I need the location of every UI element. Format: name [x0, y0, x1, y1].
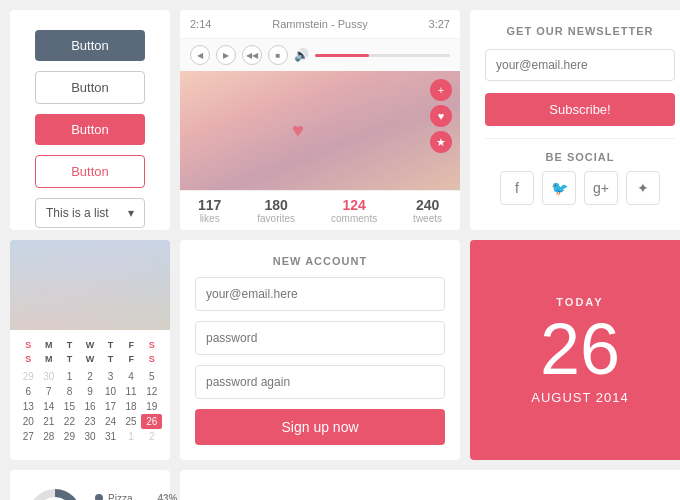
calendar-row-4: 27 28 29 30 31 1 2	[18, 429, 162, 444]
likes-label: likes	[198, 213, 221, 224]
pizza-dot	[95, 494, 103, 500]
day-wed2: W	[80, 352, 101, 366]
dribbble-button[interactable]: ✦	[626, 171, 660, 205]
social-icons-row: f 🐦 g+ ✦	[485, 171, 675, 205]
play-button[interactable]: ▶	[216, 45, 236, 65]
day-mon1: M	[39, 338, 60, 352]
day-sat2: S	[141, 352, 162, 366]
day-tue2: T	[59, 352, 80, 366]
social-title: BE SOCIAL	[485, 151, 675, 163]
day-tue1: T	[59, 338, 80, 352]
newsletter-title: GET OUR NEWSLETTER	[485, 25, 675, 37]
calendar-row-1: 6 7 8 9 10 11 12	[18, 384, 162, 399]
day-mon2: M	[39, 352, 60, 366]
stop-button[interactable]: ■	[268, 45, 288, 65]
day-sun1: S	[18, 338, 39, 352]
red-button[interactable]: Button	[35, 114, 145, 145]
social-section: BE SOCIAL f 🐦 g+ ✦	[485, 138, 675, 205]
today-day-number: 26	[540, 313, 620, 385]
donut-chart: 40	[25, 485, 85, 500]
calendar-image	[10, 240, 170, 330]
day-sat1: S	[141, 338, 162, 352]
comments-label: comments	[331, 213, 377, 224]
calendar-row-2: 13 14 15 16 17 18 19	[18, 399, 162, 414]
newsletter-email-input[interactable]	[485, 49, 675, 81]
likes-stat: 117 likes	[198, 197, 221, 224]
chevron-down-icon: ▾	[128, 206, 134, 220]
calendar-grid: S M T W T F S S M T W T F S 29 30 1 2 3	[10, 330, 170, 452]
track-name: Rammstein - Pussy	[272, 18, 367, 30]
tweets-value: 240	[413, 197, 442, 213]
prev-button[interactable]: ◀	[190, 45, 210, 65]
dark-button[interactable]: Button	[35, 30, 145, 61]
tweets-label: tweets	[413, 213, 442, 224]
heart-action-button[interactable]: ♥	[430, 105, 452, 127]
legend-row-pizza: Pizza 43%	[95, 493, 177, 501]
today-panel: TODAY 26 AUGUST 2014	[470, 240, 680, 460]
player-stats-bar: 117 likes 180 favorites 124 comments 240…	[180, 190, 460, 230]
player-top-bar: 2:14 Rammstein - Pussy 3:27	[180, 10, 460, 39]
cover-bg	[180, 71, 460, 190]
today-month-label: AUGUST 2014	[531, 390, 628, 405]
volume-icon: 🔊	[294, 48, 309, 62]
back-button[interactable]: ◀◀	[242, 45, 262, 65]
day-wed1: W	[80, 338, 101, 352]
search-panel: 🔍 Search!	[180, 470, 680, 500]
dropdown-button[interactable]: This is a list ▾	[35, 198, 145, 228]
progress-bar[interactable]	[315, 54, 450, 57]
facebook-button[interactable]: f	[500, 171, 534, 205]
calendar-image-bg	[10, 240, 170, 330]
subscribe-button[interactable]: Subscribe!	[485, 93, 675, 126]
googleplus-button[interactable]: g+	[584, 171, 618, 205]
outline-red-button[interactable]: Button	[35, 155, 145, 188]
tweets-stat: 240 tweets	[413, 197, 442, 224]
signup-button[interactable]: Sign up now	[195, 409, 445, 445]
buttons-panel: Button Button Button Button This is a li…	[10, 10, 170, 230]
account-email-input[interactable]	[195, 277, 445, 311]
day-fri2: F	[121, 352, 142, 366]
calendar-row-0: 29 30 1 2 3 4 5	[18, 369, 162, 384]
account-password2-input[interactable]	[195, 365, 445, 399]
player-action-buttons: + ♥ ★	[430, 79, 452, 153]
star-action-button[interactable]: ★	[430, 131, 452, 153]
player-cover-image: ♥ + ♥ ★	[180, 71, 460, 190]
newsletter-panel: GET OUR NEWSLETTER Subscribe! BE SOCIAL …	[470, 10, 680, 230]
day-fri1: F	[121, 338, 142, 352]
account-title: NEW ACCOUNT	[195, 255, 445, 267]
chart-legend: Pizza 43% Hamburgers 9% Doners ...	[95, 493, 177, 501]
transport-controls: ◀ ▶ ◀◀ ■	[190, 45, 288, 65]
bottom-row: 40 Pizza 43% Hamburgers 9% Doners ...	[10, 470, 680, 500]
new-account-panel: NEW ACCOUNT Sign up now	[180, 240, 460, 460]
add-action-button[interactable]: +	[430, 79, 452, 101]
pizza-name: Pizza	[108, 493, 157, 501]
calendar-panel: S M T W T F S S M T W T F S 29 30 1 2 3	[10, 240, 170, 460]
favorites-label: favorites	[257, 213, 295, 224]
chart-panel: 40 Pizza 43% Hamburgers 9% Doners ...	[10, 470, 170, 500]
pizza-pct: 43%	[157, 493, 177, 501]
music-player-panel: 2:14 Rammstein - Pussy 3:27 ◀ ▶ ◀◀ ■ 🔊 ♥…	[180, 10, 460, 230]
comments-value: 124	[331, 197, 377, 213]
calendar-header: S M T W T F S S M T W T F S	[18, 338, 162, 366]
favorites-stat: 180 favorites	[257, 197, 295, 224]
heart-tattoo: ♥	[292, 119, 304, 142]
favorites-value: 180	[257, 197, 295, 213]
progress-fill	[315, 54, 369, 57]
total-time: 3:27	[429, 18, 450, 30]
account-password-input[interactable]	[195, 321, 445, 355]
day-sun2: S	[18, 352, 39, 366]
player-controls-bar: ◀ ▶ ◀◀ ■ 🔊	[180, 39, 460, 71]
today-label: TODAY	[556, 296, 603, 308]
calendar-row-3: 20 21 22 23 24 25 26	[18, 414, 162, 429]
day-thu2: T	[100, 352, 121, 366]
comments-stat: 124 comments	[331, 197, 377, 224]
current-time: 2:14	[190, 18, 211, 30]
likes-value: 117	[198, 197, 221, 213]
twitter-button[interactable]: 🐦	[542, 171, 576, 205]
day-thu1: T	[100, 338, 121, 352]
outline-button[interactable]: Button	[35, 71, 145, 104]
